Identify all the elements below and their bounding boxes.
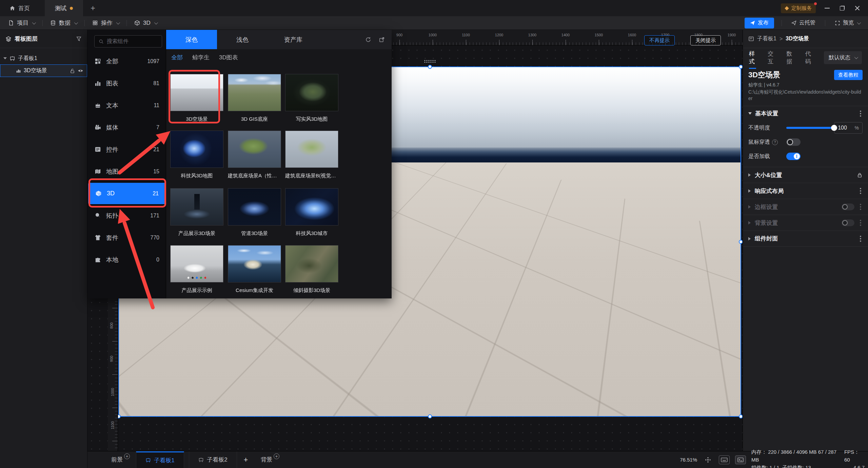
kebab-menu-icon[interactable] [860,222,861,223]
unlock-icon[interactable] [70,68,75,74]
filter-funnel-icon[interactable] [76,36,82,42]
layer-item-row-selected[interactable]: 3D空场景 [0,64,87,77]
minimize-button[interactable] [825,8,830,8]
component-card[interactable]: 管道3D场景 [228,188,281,237]
component-card[interactable]: 写实风3D地图 [285,74,338,122]
component-card[interactable]: 产品展示3D场景 [170,188,223,237]
opacity-value-input[interactable]: 100% [834,122,863,134]
load-toggle-on[interactable] [786,153,801,160]
menu-project[interactable]: 项目 [8,19,35,27]
tab-code[interactable]: 代码 [805,45,812,70]
filter-all[interactable]: 全部 [171,54,183,61]
resize-handle-top-right[interactable] [739,65,743,69]
kebab-menu-icon[interactable] [860,238,861,239]
section-border-settings[interactable]: 边框设置 [743,199,868,215]
eye-icon[interactable] [78,68,83,74]
component-name: Cesium集成开发 [228,287,281,294]
mouse-through-toggle-off[interactable] [786,138,801,146]
new-tab-button[interactable]: + [83,0,103,16]
kebab-menu-icon[interactable] [860,190,861,192]
help-icon[interactable]: ? [772,139,778,145]
state-selector[interactable]: 默认状态 [824,51,862,64]
border-toggle-off[interactable] [842,203,854,210]
foreground-layer[interactable]: 前景+ [111,456,130,464]
tab-dark-theme[interactable]: 深色 [166,30,217,49]
restore-button[interactable] [840,6,845,11]
subboard-tab-1-active[interactable]: 子看板1 [136,451,184,468]
tab-interaction[interactable]: 交互 [768,45,775,70]
category-kits[interactable]: 套件770 [87,227,166,249]
home-tab[interactable]: 首页 [0,0,39,16]
component-name: 科技风3D城市 [285,230,338,237]
cloud-hosting-button[interactable]: 云托管 [789,19,817,26]
component-card[interactable]: 建筑底座场景A（性能优... [228,131,281,179]
category-3d-selected[interactable]: 3D21 [88,183,165,204]
component-card[interactable]: 3D GIS底座 [228,74,281,122]
component-card[interactable]: 科技风3D城市 [285,188,338,237]
menu-3d[interactable]: 3D [134,20,157,26]
breadcrumb-parent[interactable]: 子看板1 [757,35,776,42]
preview-button[interactable]: 预览 [833,19,862,26]
fit-screen-icon[interactable] [703,455,713,464]
open-external-icon[interactable] [379,37,385,43]
category-local[interactable]: 本地0 [87,249,166,271]
add-subboard-button[interactable]: + [237,455,255,464]
tab-light-theme[interactable]: 浅色 [217,30,268,49]
resize-handle-bottom[interactable] [428,414,432,418]
custom-service-badge[interactable]: 定制服务 [781,3,816,13]
section-component-cover[interactable]: 组件封面 [743,231,868,247]
collapse-caret-icon[interactable] [3,57,7,59]
menu-data[interactable]: 数据 [50,19,77,27]
component-card[interactable]: 产品展示示例 [170,245,223,294]
dont-remind-button[interactable]: 不再提示 [644,35,675,45]
category-all[interactable]: 全部1097 [87,50,166,72]
zoom-percentage[interactable]: 76.51% [680,457,697,463]
terminal-icon[interactable] [735,455,746,464]
kebab-menu-icon[interactable] [860,206,861,208]
component-name: 产品展示3D场景 [170,230,223,237]
keyboard-icon[interactable] [719,455,730,464]
easel-icon [145,457,151,463]
close-hint-button[interactable]: 关闭提示 [690,35,721,45]
tab-data[interactable]: 数据 [787,45,794,70]
tab-asset-library[interactable]: 资产库 [268,30,319,49]
filter-3d-charts[interactable]: 3D图表 [219,54,238,61]
category-charts[interactable]: 图表81 [87,72,166,94]
category-controls[interactable]: 控件21 [87,138,166,160]
category-topology[interactable]: 拓扑171 [87,204,166,227]
drag-handle-dots-icon[interactable] [424,60,436,63]
category-media[interactable]: 媒体7 [87,116,166,138]
kebab-menu-icon[interactable] [860,113,861,114]
component-card[interactable]: 科技风3D地图 [170,131,223,179]
section-size-position[interactable]: 大小&位置 [743,167,868,183]
section-background-settings[interactable]: 背景设置 [743,215,868,231]
resize-handle-right[interactable] [739,240,743,244]
subboard-tab-2[interactable]: 子看板2 [189,451,237,468]
add-foreground-icon[interactable]: + [124,453,130,459]
background-layer[interactable]: 背景+ [261,456,279,464]
document-tab[interactable]: 测试 [45,0,83,16]
resize-handle-top[interactable] [428,65,432,69]
section-basic-settings[interactable]: 基本设置 [743,106,868,121]
component-card[interactable]: 建筑底座场景B(视觉优先) [285,131,338,179]
component-card[interactable]: Cesium集成开发 [228,245,281,294]
resize-handle-bottom-right[interactable] [739,414,743,418]
component-card[interactable]: 倾斜摄影3D场景 [285,245,338,294]
publish-button[interactable]: 发布 [745,18,774,28]
menu-operations[interactable]: 操作 [92,19,119,27]
section-responsive-layout[interactable]: 响应式布局 [743,183,868,199]
close-button[interactable] [855,6,860,11]
category-text[interactable]: 文本11 [87,94,166,116]
refresh-icon[interactable] [365,37,371,43]
filter-whale-twin[interactable]: 鲸孪生 [192,54,210,61]
category-maps[interactable]: 地图15 [87,160,166,182]
layer-group-row[interactable]: 子看板1 [0,52,87,64]
tab-style[interactable]: 样式 [749,45,756,70]
add-background-icon[interactable]: + [274,453,279,459]
lock-icon[interactable] [857,172,863,178]
search-input[interactable]: 搜索组件 [94,35,162,47]
opacity-slider[interactable] [786,127,834,129]
component-card[interactable]: 3D空场景 [170,74,223,122]
view-tutorial-button[interactable]: 查看教程 [834,70,863,80]
background-toggle-off[interactable] [842,219,854,226]
